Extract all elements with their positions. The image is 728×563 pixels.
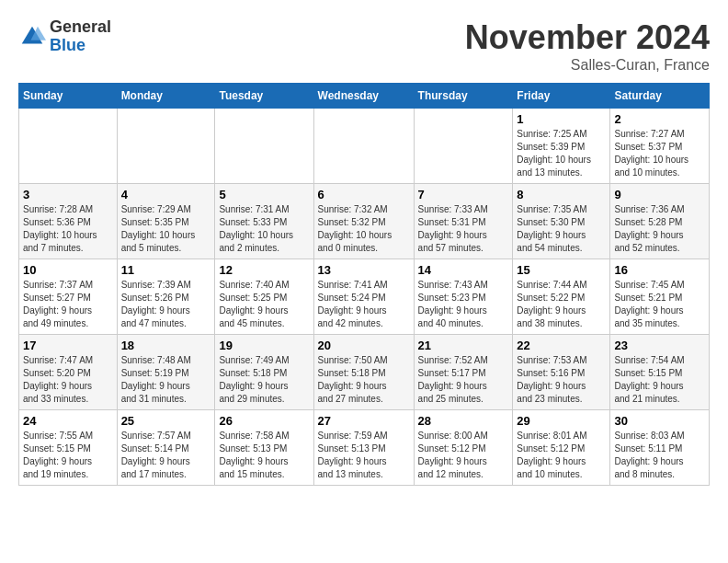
day-number: 17	[23, 339, 113, 352]
day-info: Sunrise: 7:53 AM Sunset: 5:16 PM Dayligh…	[517, 354, 606, 406]
calendar-cell	[19, 109, 118, 184]
calendar-cell: 12Sunrise: 7:40 AM Sunset: 5:25 PM Dayli…	[215, 259, 313, 335]
day-number: 22	[517, 339, 606, 352]
day-info: Sunrise: 7:43 AM Sunset: 5:23 PM Dayligh…	[418, 279, 509, 330]
logo: General Blue	[18, 18, 111, 55]
calendar-cell: 4Sunrise: 7:29 AM Sunset: 5:35 PM Daylig…	[117, 184, 215, 259]
day-number: 11	[121, 263, 211, 277]
logo-text: General Blue	[50, 18, 111, 55]
day-info: Sunrise: 7:25 AM Sunset: 5:39 PM Dayligh…	[517, 128, 606, 179]
day-info: Sunrise: 7:59 AM Sunset: 5:13 PM Dayligh…	[318, 430, 410, 481]
calendar-cell: 27Sunrise: 7:59 AM Sunset: 5:13 PM Dayli…	[313, 410, 414, 486]
day-info: Sunrise: 7:58 AM Sunset: 5:13 PM Dayligh…	[219, 430, 309, 481]
day-number: 24	[23, 414, 113, 428]
day-number: 29	[517, 414, 606, 428]
day-info: Sunrise: 7:28 AM Sunset: 5:36 PM Dayligh…	[23, 203, 113, 255]
calendar-header-saturday: Saturday	[610, 84, 710, 109]
calendar-cell	[117, 109, 215, 184]
day-info: Sunrise: 7:35 AM Sunset: 5:30 PM Dayligh…	[517, 203, 606, 255]
calendar-cell: 16Sunrise: 7:45 AM Sunset: 5:21 PM Dayli…	[610, 259, 710, 335]
calendar-cell: 17Sunrise: 7:47 AM Sunset: 5:20 PM Dayli…	[19, 335, 118, 410]
day-number: 5	[219, 188, 309, 201]
day-number: 14	[418, 263, 509, 277]
calendar-cell: 2Sunrise: 7:27 AM Sunset: 5:37 PM Daylig…	[610, 109, 710, 184]
day-number: 12	[219, 263, 309, 277]
day-info: Sunrise: 7:52 AM Sunset: 5:17 PM Dayligh…	[418, 354, 509, 406]
day-info: Sunrise: 7:47 AM Sunset: 5:20 PM Dayligh…	[23, 354, 113, 406]
day-number: 30	[614, 414, 705, 428]
calendar-cell: 3Sunrise: 7:28 AM Sunset: 5:36 PM Daylig…	[19, 184, 118, 259]
calendar-cell: 30Sunrise: 8:03 AM Sunset: 5:11 PM Dayli…	[610, 410, 710, 486]
calendar-cell: 20Sunrise: 7:50 AM Sunset: 5:18 PM Dayli…	[313, 335, 414, 410]
day-number: 19	[219, 339, 309, 352]
day-info: Sunrise: 7:41 AM Sunset: 5:24 PM Dayligh…	[318, 279, 410, 330]
calendar-cell: 13Sunrise: 7:41 AM Sunset: 5:24 PM Dayli…	[313, 259, 414, 335]
calendar-header-tuesday: Tuesday	[215, 84, 313, 109]
day-info: Sunrise: 7:57 AM Sunset: 5:14 PM Dayligh…	[121, 430, 211, 481]
calendar-cell: 10Sunrise: 7:37 AM Sunset: 5:27 PM Dayli…	[19, 259, 118, 335]
day-number: 7	[418, 188, 509, 201]
calendar-cell: 25Sunrise: 7:57 AM Sunset: 5:14 PM Dayli…	[117, 410, 215, 486]
title-area: November 2024 Salles-Curan, France	[465, 18, 710, 74]
day-number: 3	[23, 188, 113, 201]
day-number: 10	[23, 263, 113, 277]
calendar-cell: 23Sunrise: 7:54 AM Sunset: 5:15 PM Dayli…	[610, 335, 710, 410]
calendar-week-row: 24Sunrise: 7:55 AM Sunset: 5:15 PM Dayli…	[19, 410, 710, 486]
logo-general: General	[50, 18, 111, 37]
day-number: 4	[121, 188, 211, 201]
day-number: 28	[418, 414, 509, 428]
calendar-cell: 28Sunrise: 8:00 AM Sunset: 5:12 PM Dayli…	[414, 410, 513, 486]
day-number: 13	[318, 263, 410, 277]
calendar-cell	[414, 109, 513, 184]
calendar-cell: 21Sunrise: 7:52 AM Sunset: 5:17 PM Dayli…	[414, 335, 513, 410]
calendar-cell: 14Sunrise: 7:43 AM Sunset: 5:23 PM Dayli…	[414, 259, 513, 335]
calendar-cell: 19Sunrise: 7:49 AM Sunset: 5:18 PM Dayli…	[215, 335, 313, 410]
day-info: Sunrise: 7:29 AM Sunset: 5:35 PM Dayligh…	[121, 203, 211, 255]
day-info: Sunrise: 8:03 AM Sunset: 5:11 PM Dayligh…	[614, 430, 705, 481]
day-info: Sunrise: 8:01 AM Sunset: 5:12 PM Dayligh…	[517, 430, 606, 481]
day-number: 16	[614, 263, 705, 277]
day-number: 8	[517, 188, 606, 201]
day-number: 2	[614, 112, 705, 126]
day-number: 9	[614, 188, 705, 201]
calendar-cell: 6Sunrise: 7:32 AM Sunset: 5:32 PM Daylig…	[313, 184, 414, 259]
calendar-cell: 15Sunrise: 7:44 AM Sunset: 5:22 PM Dayli…	[513, 259, 610, 335]
month-title: November 2024	[465, 18, 710, 57]
calendar-cell: 29Sunrise: 8:01 AM Sunset: 5:12 PM Dayli…	[513, 410, 610, 486]
calendar-cell	[215, 109, 313, 184]
calendar-cell: 18Sunrise: 7:48 AM Sunset: 5:19 PM Dayli…	[117, 335, 215, 410]
day-number: 26	[219, 414, 309, 428]
calendar-header-thursday: Thursday	[414, 84, 513, 109]
logo-blue: Blue	[50, 37, 111, 55]
day-number: 25	[121, 414, 211, 428]
calendar-cell: 9Sunrise: 7:36 AM Sunset: 5:28 PM Daylig…	[610, 184, 710, 259]
day-info: Sunrise: 7:39 AM Sunset: 5:26 PM Dayligh…	[121, 279, 211, 330]
calendar-header-row: SundayMondayTuesdayWednesdayThursdayFrid…	[19, 84, 710, 109]
calendar-cell: 22Sunrise: 7:53 AM Sunset: 5:16 PM Dayli…	[513, 335, 610, 410]
day-number: 15	[517, 263, 606, 277]
day-info: Sunrise: 7:36 AM Sunset: 5:28 PM Dayligh…	[614, 203, 705, 255]
calendar-cell: 24Sunrise: 7:55 AM Sunset: 5:15 PM Dayli…	[19, 410, 118, 486]
calendar-cell	[313, 109, 414, 184]
day-info: Sunrise: 7:50 AM Sunset: 5:18 PM Dayligh…	[318, 354, 410, 406]
day-info: Sunrise: 7:44 AM Sunset: 5:22 PM Dayligh…	[517, 279, 606, 330]
logo-icon	[18, 23, 46, 51]
day-info: Sunrise: 7:37 AM Sunset: 5:27 PM Dayligh…	[23, 279, 113, 330]
day-info: Sunrise: 7:45 AM Sunset: 5:21 PM Dayligh…	[614, 279, 705, 330]
calendar-week-row: 10Sunrise: 7:37 AM Sunset: 5:27 PM Dayli…	[19, 259, 710, 335]
page-header: General Blue November 2024 Salles-Curan,…	[18, 18, 710, 74]
day-number: 6	[318, 188, 410, 201]
calendar-cell: 7Sunrise: 7:33 AM Sunset: 5:31 PM Daylig…	[414, 184, 513, 259]
day-number: 27	[318, 414, 410, 428]
day-info: Sunrise: 7:48 AM Sunset: 5:19 PM Dayligh…	[121, 354, 211, 406]
calendar-cell: 11Sunrise: 7:39 AM Sunset: 5:26 PM Dayli…	[117, 259, 215, 335]
calendar-header-sunday: Sunday	[19, 84, 118, 109]
calendar-table: SundayMondayTuesdayWednesdayThursdayFrid…	[18, 83, 710, 486]
day-info: Sunrise: 7:55 AM Sunset: 5:15 PM Dayligh…	[23, 430, 113, 481]
day-number: 1	[517, 112, 606, 126]
day-info: Sunrise: 7:31 AM Sunset: 5:33 PM Dayligh…	[219, 203, 309, 255]
calendar-week-row: 3Sunrise: 7:28 AM Sunset: 5:36 PM Daylig…	[19, 184, 710, 259]
day-info: Sunrise: 7:40 AM Sunset: 5:25 PM Dayligh…	[219, 279, 309, 330]
day-info: Sunrise: 8:00 AM Sunset: 5:12 PM Dayligh…	[418, 430, 509, 481]
day-info: Sunrise: 7:49 AM Sunset: 5:18 PM Dayligh…	[219, 354, 309, 406]
